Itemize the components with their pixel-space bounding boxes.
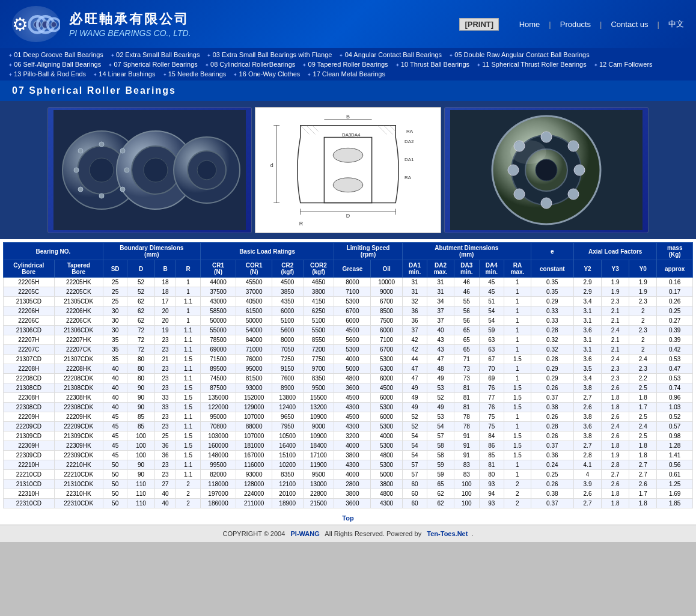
- developer-link[interactable]: Ten-Toes.Net: [427, 530, 468, 537]
- nav-link-item-7[interactable]: 07 Spherical Roller Bearings: [105, 60, 201, 69]
- nav-link-item-6[interactable]: 06 Self-Aligning Ball Bearings: [5, 60, 105, 69]
- nav-link-item-13[interactable]: 13 Pillo-Ball & Rod Ends: [5, 70, 90, 78]
- table-cell: 52: [402, 422, 427, 432]
- table-cell: 0.61: [657, 470, 693, 480]
- table-cell: 52: [127, 278, 154, 287]
- nav-products[interactable]: Products: [560, 20, 591, 29]
- table-cell: 61500: [236, 306, 272, 316]
- nav-links-bar: 01 Deep Groove Ball Bearings02 Extra Sma…: [0, 48, 696, 81]
- col-cr2: CR2(kgf): [272, 260, 303, 278]
- table-cell: 50: [103, 460, 127, 470]
- table-cell: 23: [154, 345, 176, 355]
- table-cell: 11900: [303, 460, 334, 470]
- nav-link-item-14[interactable]: 14 Linear Bushings: [90, 70, 159, 78]
- table-cell: 3800: [334, 489, 371, 499]
- table-cell: 1.03: [657, 403, 693, 412]
- svg-point-55: [536, 159, 557, 181]
- svg-point-19: [120, 187, 125, 192]
- table-cell: 1.1: [176, 412, 200, 422]
- svg-point-12: [144, 158, 168, 182]
- nav-link-item-11[interactable]: 11 Spherical Thrust Roller Bearings: [473, 60, 590, 69]
- nav-link-item-4[interactable]: 04 Angular Contact Ball Bearings: [335, 50, 445, 59]
- table-cell: 74500: [200, 374, 236, 383]
- table-cell: 1.1: [176, 470, 200, 480]
- table-cell: 103000: [200, 432, 236, 441]
- table-cell: 1.9: [602, 451, 629, 460]
- table-cell: 44: [402, 355, 427, 364]
- table-cell: 2.3: [629, 326, 657, 335]
- print-button[interactable]: [PRINT]: [459, 18, 499, 31]
- company-link[interactable]: PI-WANG: [291, 530, 320, 537]
- nav-link-item-3[interactable]: 03 Extra Small Ball Bearings with Flange: [203, 50, 335, 59]
- table-cell: 58: [427, 441, 454, 451]
- table-cell: 90: [127, 460, 154, 470]
- table-cell: 23: [154, 460, 176, 470]
- svg-point-64: [510, 140, 546, 164]
- table-cell: 6700: [334, 306, 371, 316]
- table-cell: 62: [427, 499, 454, 508]
- table-cell: 22209CD: [4, 422, 55, 432]
- nav-chinese[interactable]: 中文: [668, 19, 684, 29]
- table-cell: 72: [127, 326, 154, 335]
- nav-link-item-10[interactable]: 10 Thrust Ball Bearings: [392, 60, 473, 69]
- company-name-cn: 必旺軸承有限公司: [69, 10, 191, 28]
- table-cell: 42: [402, 335, 427, 345]
- top-link[interactable]: Top: [342, 514, 353, 522]
- svg-point-21: [78, 187, 83, 192]
- table-cell: 1.41: [657, 451, 693, 460]
- table-cell: 2.8: [573, 451, 601, 460]
- nav-link-item-9[interactable]: 09 Tapered Roller Bearings: [299, 60, 391, 69]
- table-cell: 6000: [371, 326, 402, 335]
- nav-link-item-8[interactable]: 08 Cylindrical RollerBearings: [201, 60, 299, 69]
- table-cell: 152000: [236, 393, 272, 403]
- table-cell: 73: [454, 374, 479, 383]
- table-cell: 48: [427, 364, 454, 374]
- table-cell: 0.29: [531, 297, 573, 306]
- table-row: 22210CD22210CDK5090231.18200093000835095…: [4, 470, 693, 480]
- nav-home[interactable]: Home: [519, 20, 540, 29]
- table-cell: 23: [154, 412, 176, 422]
- table-cell: 51: [479, 297, 504, 306]
- nav-link-item-12[interactable]: 12 Cam Followers: [590, 60, 656, 69]
- col-y0: Y0: [629, 260, 657, 278]
- table-cell: 18900: [272, 499, 303, 508]
- table-cell: 2.5: [629, 383, 657, 393]
- table-cell: 1.7: [629, 489, 657, 499]
- table-cell: 21: [154, 355, 176, 364]
- table-cell: 78: [454, 422, 479, 432]
- bearing-illustration-right: [450, 110, 643, 230]
- table-cell: 0.25: [531, 470, 573, 480]
- table-cell: 60: [402, 480, 427, 489]
- table-cell: 5000: [334, 364, 371, 374]
- table-cell: 2.6: [602, 480, 629, 489]
- col-oil: Oil: [371, 260, 402, 278]
- table-cell: 27: [154, 480, 176, 489]
- nav-link-item-15[interactable]: 15 Needle Bearings: [159, 70, 230, 78]
- table-cell: 86: [479, 441, 504, 451]
- table-cell: 2.6: [573, 489, 601, 499]
- table-cell: 1.5: [176, 393, 200, 403]
- nav-link-item-1[interactable]: 01 Deep Groove Ball Bearings: [5, 50, 107, 59]
- table-cell: 0.32: [531, 345, 573, 355]
- table-cell: 1.5: [504, 383, 531, 393]
- nav-link-item-2[interactable]: 02 Extra Small Ball Bearings: [107, 50, 204, 59]
- table-cell: 57: [402, 470, 427, 480]
- table-cell: 0.28: [531, 326, 573, 335]
- nav-link-item-16[interactable]: 16 One-Way Clothes: [230, 70, 304, 78]
- table-cell: 78500: [200, 335, 236, 345]
- col-da1: DA1min.: [402, 260, 427, 278]
- table-cell: 2.7: [573, 441, 601, 451]
- table-cell: 10500: [272, 432, 303, 441]
- table-cell: 3800: [334, 451, 371, 460]
- table-cell: 80: [127, 374, 154, 383]
- table-cell: 22209CDK: [54, 422, 103, 432]
- table-cell: 36: [154, 441, 176, 451]
- table-cell: 0.28: [531, 355, 573, 364]
- bearing-photo-right: [444, 107, 649, 233]
- nav-link-item-5[interactable]: 05 Double Raw Angular Contact Ball Beari…: [445, 50, 593, 59]
- nav-contact[interactable]: Contact us: [611, 20, 648, 29]
- table-cell: 94: [479, 489, 504, 499]
- nav-link-item-17[interactable]: 17 Clean Metal Bearings: [304, 70, 389, 78]
- table-cell: 30: [103, 306, 127, 316]
- table-cell: 2.3: [602, 374, 629, 383]
